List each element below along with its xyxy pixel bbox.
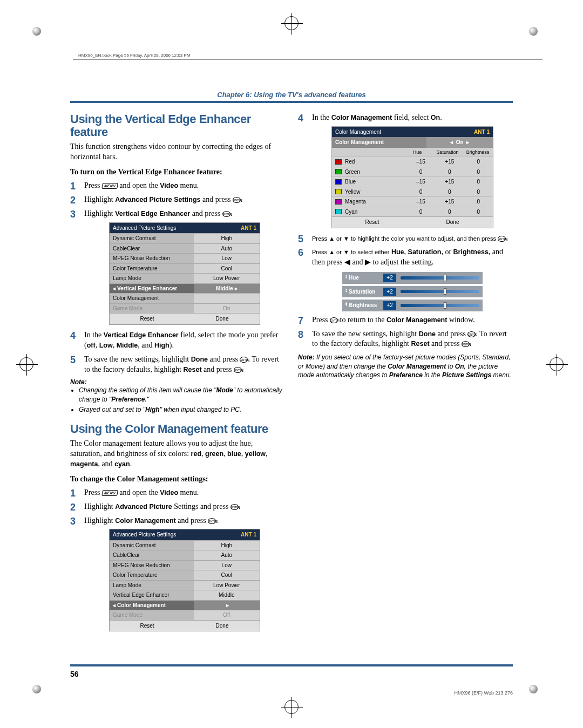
right-column: In the Color Management field, select On… [298, 113, 513, 637]
enter-button-icon: ENTER [462, 341, 470, 347]
subhead-1: To turn on the Vertical Edge Enhancer fe… [70, 168, 285, 176]
page-number: 56 [70, 670, 79, 678]
section-vertical-edge: Using the Vertical Edge Enhancer feature [70, 113, 285, 139]
menu-button-icon: MENU [101, 183, 118, 189]
step-5: To save the new settings, highlight Done… [70, 355, 285, 375]
enter-button-icon: ENTER [222, 211, 231, 217]
note-item-1: Changing the setting of this item will c… [79, 386, 285, 403]
step-2: Highlight Advanced Picture Settings and … [70, 195, 285, 205]
enter-button-icon: ENTER [234, 367, 242, 373]
enter-button-icon: ENTER [233, 197, 241, 203]
color-management-panel: Color ManagementANT 1Color Management On… [331, 126, 493, 228]
right-note: Note: If you select one of the factory-s… [298, 353, 513, 379]
header-bar: HMX96_EN.book Page 56 Friday, April 28, … [78, 53, 191, 58]
intro-text: This function strengthens video contour … [70, 142, 285, 162]
chapter-title: Chapter 6: Using the TV's advanced featu… [70, 91, 513, 99]
r-step-4: In the Color Management field, select On… [298, 113, 513, 228]
title-rule [70, 101, 513, 103]
enter-button-icon: ENTER [330, 317, 338, 323]
enter-button-icon: ENTER [208, 518, 216, 524]
enter-button-icon: ENTER [467, 331, 476, 337]
section-color-management: Using the Color Management feature [70, 423, 285, 436]
step-4: In the Vertical Edge Enhancer field, sel… [70, 330, 285, 351]
cm-step-2: Highlight Advanced Picture Settings and … [70, 502, 285, 512]
subhead-2: To change the Color Management settings: [70, 475, 285, 484]
note-head: Note: [70, 378, 285, 386]
footer-code: HMX96 (E/F) Web 213:276 [455, 690, 513, 696]
sliders-block: Hue+2Saturation+2Brightness+2 [312, 272, 513, 311]
note-item-2: Grayed out and set to "High" when input … [79, 405, 285, 414]
left-column: Using the Vertical Edge Enhancer feature… [70, 113, 285, 637]
advanced-picture-settings-panel: Advanced Picture SettingsANT 1Dynamic Co… [109, 222, 260, 325]
r-step-5: Press ▲ or ▼ to highlight the color you … [298, 234, 513, 244]
r-step-7: Press ENTER to return to the Color Manag… [298, 315, 513, 325]
enter-button-icon: ENTER [498, 236, 506, 242]
cm-intro: The Color management feature allows you … [70, 439, 285, 470]
cm-step-3: Highlight Color Management and press ENT… [70, 516, 285, 632]
advanced-picture-settings-panel-2: Advanced Picture SettingsANT 1Dynamic Co… [109, 529, 260, 631]
cm-step-1: Press MENU and open the Video menu. [70, 488, 285, 498]
r-step-6: Press ▲ or ▼ to select either Hue, Satur… [298, 247, 513, 311]
enter-button-icon: ENTER [231, 504, 239, 510]
step-1: Press MENU and open the Video menu. [70, 181, 285, 191]
r-step-8: To save the new settings, highlight Done… [298, 329, 513, 350]
step-3: Highlight Vertical Edge Enhancer and pre… [70, 209, 285, 325]
enter-button-icon: ENTER [240, 357, 248, 363]
menu-button-icon: MENU [101, 490, 118, 496]
